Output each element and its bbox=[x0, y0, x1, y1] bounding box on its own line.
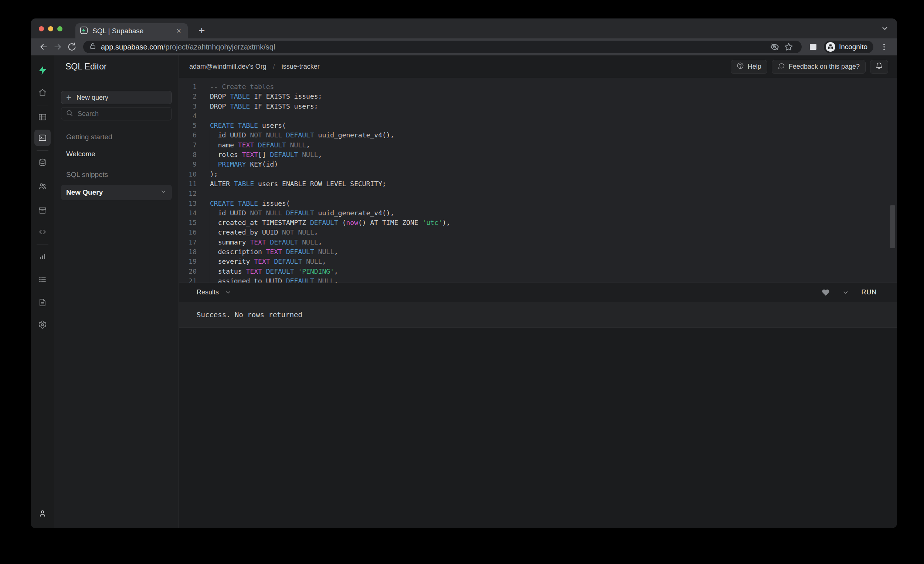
code-line-2[interactable]: 2DROP TABLE IF EXISTS issues; bbox=[179, 91, 897, 101]
rail-divider bbox=[37, 150, 48, 151]
minimize-window-button[interactable] bbox=[48, 26, 53, 31]
sql-code-editor[interactable]: 1-- Create tables2DROP TABLE IF EXISTS i… bbox=[179, 78, 897, 283]
search-icon bbox=[66, 109, 73, 118]
account-icon[interactable] bbox=[34, 505, 51, 522]
code-line-content: PRIMARY KEY(id) bbox=[210, 160, 278, 169]
code-line-4[interactable]: 4 bbox=[179, 111, 897, 121]
code-line-16[interactable]: 16 created_by UUID NOT NULL, bbox=[179, 227, 897, 237]
close-window-button[interactable] bbox=[39, 26, 44, 31]
browser-menu-icon[interactable] bbox=[877, 40, 891, 54]
bookmark-star-icon[interactable] bbox=[782, 40, 796, 54]
nav-rail bbox=[31, 55, 54, 528]
line-number: 12 bbox=[179, 189, 196, 198]
code-line-9[interactable]: 9 PRIMARY KEY(id) bbox=[179, 160, 897, 169]
notifications-button[interactable] bbox=[870, 60, 888, 74]
chevron-down-icon[interactable] bbox=[160, 188, 167, 196]
help-button[interactable]: Help bbox=[731, 60, 767, 74]
search-input[interactable] bbox=[78, 110, 167, 118]
code-line-1[interactable]: 1-- Create tables bbox=[179, 82, 897, 91]
forward-button[interactable] bbox=[51, 40, 64, 54]
editor-scrollbar[interactable] bbox=[890, 205, 895, 248]
code-line-14[interactable]: 14 id UUID NOT NULL DEFAULT uuid_generat… bbox=[179, 208, 897, 218]
code-line-12[interactable]: 12 bbox=[179, 189, 897, 198]
help-button-label: Help bbox=[748, 63, 761, 70]
code-line-content: description TEXT DEFAULT NULL, bbox=[210, 247, 338, 257]
results-dropdown[interactable]: Results bbox=[196, 289, 822, 296]
rail-divider bbox=[37, 244, 48, 245]
code-line-content: name TEXT DEFAULT NULL, bbox=[210, 141, 310, 150]
feedback-button[interactable]: Feedback on this page? bbox=[772, 60, 866, 74]
feedback-button-label: Feedback on this page? bbox=[789, 63, 860, 70]
new-query-button[interactable]: + New query bbox=[61, 91, 172, 104]
line-number: 20 bbox=[179, 267, 196, 276]
indent-guide bbox=[210, 141, 210, 150]
code-line-20[interactable]: 20 status TEXT DEFAULT 'PENDING', bbox=[179, 267, 897, 276]
code-line-21[interactable]: 21 assigned_to UUID DEFAULT NULL, bbox=[179, 276, 897, 283]
sidebar-item-settings[interactable] bbox=[34, 317, 51, 333]
sidebar-item-sql-editor[interactable] bbox=[34, 130, 51, 146]
eye-off-icon[interactable] bbox=[768, 40, 782, 54]
code-line-15[interactable]: 15 created_at TIMESTAMPTZ DEFAULT (now()… bbox=[179, 218, 897, 227]
code-line-19[interactable]: 19 severity TEXT DEFAULT NULL, bbox=[179, 257, 897, 266]
url-text: app.supabase.com/project/azahtnhqohyjerz… bbox=[101, 43, 275, 51]
sidebar-item-authentication[interactable] bbox=[34, 178, 51, 194]
zoom-window-button[interactable] bbox=[57, 26, 63, 31]
code-line-6[interactable]: 6 id UUID NOT NULL DEFAULT uuid_generate… bbox=[179, 130, 897, 140]
panel-body: + New query Getting started Welcome SQL … bbox=[54, 78, 178, 200]
code-line-content: DROP TABLE IF EXISTS users; bbox=[210, 102, 318, 111]
results-message: Success. No rows returned bbox=[196, 311, 302, 319]
url-bar[interactable]: app.supabase.com/project/azahtnhqohyjerz… bbox=[83, 40, 802, 53]
code-line-content: status TEXT DEFAULT 'PENDING', bbox=[210, 267, 338, 276]
run-options-chevron-icon[interactable] bbox=[842, 289, 849, 296]
line-number: 16 bbox=[179, 227, 196, 237]
sidebar-item-api-docs[interactable] bbox=[34, 295, 51, 311]
panel-header: SQL Editor bbox=[54, 55, 178, 78]
sidebar-item-home[interactable] bbox=[34, 84, 51, 100]
tab-close-icon[interactable]: × bbox=[174, 26, 183, 36]
page-title: SQL Editor bbox=[65, 62, 107, 72]
tab-search-chevron-icon[interactable] bbox=[881, 24, 889, 34]
search-box[interactable] bbox=[61, 107, 172, 120]
favorite-heart-icon[interactable] bbox=[822, 289, 830, 296]
queries-panel: SQL Editor + New query Getting started W… bbox=[54, 55, 179, 528]
indent-guide bbox=[210, 276, 210, 283]
breadcrumb-org[interactable]: adam@windmill.dev's Org bbox=[189, 63, 267, 70]
side-panel-icon[interactable] bbox=[806, 40, 820, 54]
sidebar-item-edge-functions[interactable] bbox=[34, 224, 51, 240]
line-number: 17 bbox=[179, 238, 196, 247]
code-line-8[interactable]: 8 roles TEXT[] DEFAULT NULL, bbox=[179, 150, 897, 160]
main-area: adam@windmill.dev's Org / issue-tracker … bbox=[179, 55, 897, 528]
code-line-18[interactable]: 18 description TEXT DEFAULT NULL, bbox=[179, 247, 897, 257]
snippet-item-new-query[interactable]: New Query bbox=[61, 185, 172, 200]
breadcrumb-project[interactable]: issue-tracker bbox=[282, 63, 320, 70]
code-line-content: id UUID NOT NULL DEFAULT uuid_generate_v… bbox=[210, 208, 394, 218]
sidebar-item-storage[interactable] bbox=[34, 202, 51, 218]
code-line-17[interactable]: 17 summary TEXT DEFAULT NULL, bbox=[179, 238, 897, 247]
code-line-content: ); bbox=[210, 169, 218, 179]
supabase-logo-icon[interactable] bbox=[38, 65, 48, 75]
code-line-11[interactable]: 11ALTER TABLE users ENABLE ROW LEVEL SEC… bbox=[179, 179, 897, 189]
back-button[interactable] bbox=[37, 40, 51, 54]
sidebar-item-reports[interactable] bbox=[34, 248, 51, 265]
sidebar-item-database[interactable] bbox=[34, 154, 51, 171]
line-number: 14 bbox=[179, 208, 196, 218]
code-line-3[interactable]: 3DROP TABLE IF EXISTS users; bbox=[179, 102, 897, 111]
code-line-content: id UUID NOT NULL DEFAULT uuid_generate_v… bbox=[210, 130, 394, 140]
code-line-content: severity TEXT DEFAULT NULL, bbox=[210, 257, 326, 266]
code-line-13[interactable]: 13CREATE TABLE issues( bbox=[179, 199, 897, 208]
tab-favicon-supabase-icon bbox=[80, 26, 88, 36]
new-tab-button[interactable]: + bbox=[195, 25, 208, 36]
reload-button[interactable] bbox=[64, 40, 79, 54]
sidebar-item-table-editor[interactable] bbox=[34, 109, 51, 125]
code-line-10[interactable]: 10); bbox=[179, 169, 897, 179]
breadcrumb-separator: / bbox=[273, 63, 275, 70]
code-line-7[interactable]: 7 name TEXT DEFAULT NULL, bbox=[179, 141, 897, 150]
sidebar-item-welcome[interactable]: Welcome bbox=[66, 150, 172, 158]
breadcrumb: adam@windmill.dev's Org / issue-tracker bbox=[189, 63, 726, 70]
browser-tab[interactable]: SQL | Supabase × bbox=[75, 23, 188, 39]
run-button[interactable]: RUN bbox=[861, 289, 877, 296]
indent-guide bbox=[210, 238, 210, 247]
line-number: 4 bbox=[179, 111, 196, 121]
code-line-5[interactable]: 5CREATE TABLE users( bbox=[179, 121, 897, 130]
sidebar-item-logs[interactable] bbox=[34, 271, 51, 288]
